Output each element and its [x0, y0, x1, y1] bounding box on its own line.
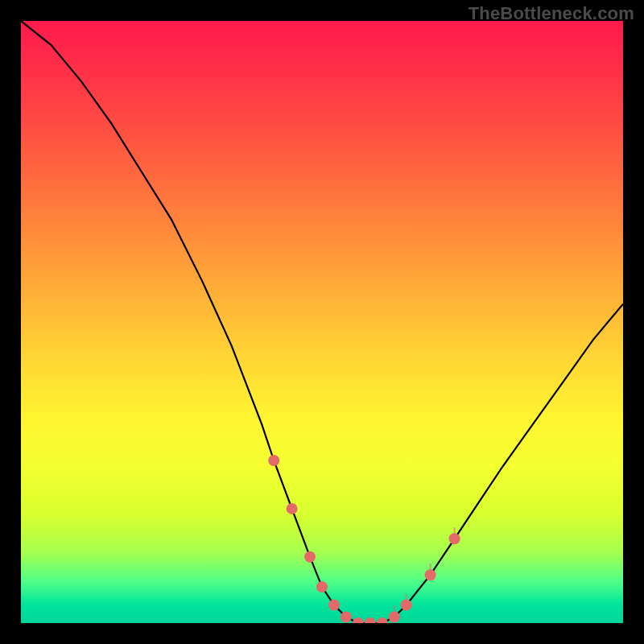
marker-dot — [377, 617, 388, 623]
marker-dot — [316, 581, 328, 592]
watermark-text: TheBottleneck.com — [469, 3, 634, 24]
marker-dot — [287, 503, 298, 514]
marker-dot — [341, 612, 352, 623]
highlighted-points — [21, 21, 623, 623]
plot-area — [21, 21, 623, 623]
marker-dot — [365, 617, 376, 623]
marker-dot — [353, 617, 364, 623]
chart-frame: TheBottleneck.com — [0, 0, 644, 644]
marker-dot — [268, 455, 279, 466]
marker-dot — [304, 551, 316, 563]
marker-dot — [328, 600, 340, 611]
